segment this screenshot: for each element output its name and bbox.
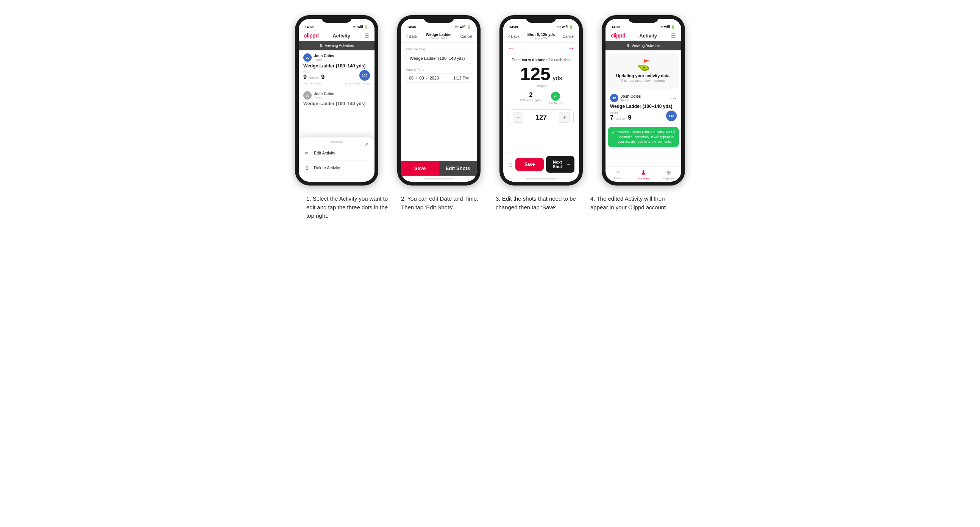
form-body-2: Practice Title Wedge Ladder (100–140 yds… — [401, 43, 477, 161]
user-info-4: JC Josh Coles Today — [610, 94, 641, 102]
three-dots-1[interactable]: ··· — [364, 54, 370, 60]
wifi-icon-1: wifi — [358, 25, 363, 29]
back-btn-3[interactable]: < Back — [508, 35, 520, 39]
phone-column-2: 14:38 ▪▪▪ wifi 🔋 < Back Wedge Ladder 06 … — [393, 15, 484, 186]
nav-capture[interactable]: ⊕ Capture — [656, 169, 681, 180]
save-button-2[interactable]: Save — [401, 161, 439, 176]
score-row-1: Score 9 OUT OF 9 130 — [303, 70, 370, 81]
form-buttons-2: Save Edit Shots — [401, 161, 477, 176]
save-btn-shot[interactable]: Save — [515, 158, 544, 171]
trash-icon-sheet: 🗑 — [305, 165, 311, 170]
screenshots-row: 14:38 ▪▪▪ wifi 🔋 clippd Activity ☰ ⇅ — [291, 15, 689, 186]
capture-label: Capture — [663, 177, 674, 180]
next-shot-arrow-icon: → — [566, 162, 571, 167]
updating-title: Updating your activity data. — [616, 73, 671, 78]
delete-label: Delete Activity — [314, 165, 340, 170]
edit-shots-button[interactable]: Edit Shots — [439, 161, 477, 176]
score-label-4: Score — [610, 111, 631, 114]
nav-home[interactable]: ⌂ Home — [606, 169, 631, 180]
signal-icon-1: ▪▪▪ — [353, 25, 356, 29]
home-bar-2 — [424, 178, 454, 179]
desc-text-2: 2. You can edit Date and Time. Then tap … — [401, 195, 484, 212]
activity-card-1[interactable]: JC Josh Coles Today ··· Wedge Ladder (10… — [299, 50, 374, 88]
toast-close[interactable]: ✕ — [672, 129, 676, 134]
phone-inner-3: 14:39 ▪▪▪ wifi 🔋 < Back Shot 6, 125 yds … — [503, 19, 579, 182]
phone-frame-3: 14:39 ▪▪▪ wifi 🔋 < Back Shot 6, 125 yds … — [500, 15, 583, 186]
capture-icon: ⊕ — [666, 169, 671, 176]
enter-carry-text: Enter carry distance for each shot — [512, 58, 570, 62]
user-details-1: Josh Coles Today — [314, 54, 334, 61]
increment-btn[interactable]: + — [559, 112, 570, 123]
status-time-3: 14:39 — [509, 25, 518, 29]
three-dots-4[interactable]: ··· — [671, 95, 677, 101]
datetime-label: Date & Time — [406, 68, 472, 71]
date-day: 06 — [409, 76, 414, 80]
next-shot-label: Next Shot — [550, 160, 565, 169]
distance-display: 125 yds — [520, 65, 562, 83]
status-icons-3: ▪▪▪ wifi 🔋 — [557, 25, 573, 29]
golf-flag-icon: ⛳ — [637, 59, 650, 71]
trash-btn-3[interactable]: 🗑 — [508, 161, 513, 167]
wifi-icon-3: wifi — [562, 25, 568, 29]
cancel-btn-2[interactable]: Cancel — [460, 35, 472, 39]
sheet-edit-item[interactable]: ✏ Edit Activity — [305, 146, 368, 159]
phone-frame-2: 14:38 ▪▪▪ wifi 🔋 < Back Wedge Ladder 06 … — [397, 15, 480, 186]
bottom-nav-4: ⌂ Home ♟ Activities ⊕ Capture — [606, 166, 681, 182]
phone-notch-3 — [526, 15, 556, 23]
out-of-4: OUT OF — [616, 117, 625, 120]
success-toast: ✕ ✓ "Wedge Ladder (100–140 yds)" was upd… — [608, 127, 679, 147]
card-top-1: JC Josh Coles Today ··· — [303, 53, 370, 62]
decrement-btn[interactable]: − — [513, 112, 523, 123]
phone-frame-1: 14:38 ▪▪▪ wifi 🔋 clippd Activity ☰ ⇅ — [295, 15, 378, 186]
score-block-1: Score 9 OUT OF 9 — [303, 70, 325, 81]
datetime-row[interactable]: 06 / 03 / 2023 1:13 PM — [406, 73, 472, 83]
user-name-2: Josh Coles — [314, 92, 334, 96]
three-dots-2[interactable]: ··· — [364, 92, 370, 98]
hamburger-icon-1[interactable]: ☰ — [364, 33, 369, 39]
phone-column-4: 14:38 ▪▪▪ wifi 🔋 clippd Activity ☰ ⇅ Vie… — [598, 15, 689, 186]
shot-footer-3: 🗑 Save Next Shot → — [503, 152, 579, 176]
footer-left-1: Test Information — [303, 82, 322, 85]
counter-row-3: − 127 + — [509, 110, 574, 125]
nav-activities[interactable]: ♟ Activities — [631, 169, 656, 180]
edit-icon: ✏ — [305, 150, 311, 156]
filter-icon-4: ⇅ — [626, 44, 629, 48]
form-title-center-2: Wedge Ladder 06 Mar 2023 — [426, 33, 452, 40]
date-year: 2023 — [430, 76, 439, 80]
date-month: 03 — [419, 76, 424, 80]
battery-icon-2: 🔋 — [466, 25, 471, 29]
battery-icon-4: 🔋 — [671, 25, 675, 29]
edit-label: Edit Activity — [314, 151, 335, 155]
back-btn-2[interactable]: < Back — [406, 35, 417, 39]
activity-card-4[interactable]: JC Josh Coles Today ··· Wedge Ladder (10… — [606, 91, 681, 125]
sheet-delete-item[interactable]: 🗑 Delete Activity — [305, 161, 368, 174]
sheet-handle-1 — [330, 141, 344, 143]
shots-val-4: 9 — [628, 114, 631, 121]
big-distance: 125 — [520, 65, 550, 83]
form-title-sub-2: 06 Mar 2023 — [426, 37, 452, 40]
user-date-1: Today — [314, 58, 334, 61]
updating-sub: This may take a few moments. — [620, 79, 667, 83]
home-indicator-3 — [503, 176, 579, 182]
practice-title-input[interactable]: Wedge Ladder (100–140 yds) — [406, 52, 472, 64]
updating-section: ⛳ Updating your activity data. This may … — [608, 52, 679, 89]
shot-body-3: Enter carry distance for each shot 125 y… — [503, 54, 579, 152]
date-time: 1:13 PM — [453, 76, 469, 80]
avatar-1: JC — [303, 53, 312, 62]
score-val-1: 9 — [303, 74, 307, 81]
avatar-4: JC — [610, 94, 618, 102]
desc-text-3: 3. Edit the shots that need to be change… — [496, 195, 579, 212]
check-icon-toast: ✓ — [612, 130, 615, 135]
activities-label: Activities — [637, 177, 649, 180]
sheet-close-1[interactable]: ✕ — [365, 141, 369, 147]
next-shot-btn[interactable]: Next Shot → — [546, 156, 574, 173]
prev-shot-arrow[interactable]: ← — [508, 44, 515, 52]
hit-target-stat: ✓ Hit Target — [549, 92, 562, 105]
user-date-4: Today — [620, 98, 641, 102]
cancel-btn-3[interactable]: Cancel — [563, 35, 574, 39]
next-shot-arrow[interactable]: → — [568, 44, 574, 52]
status-icons-1: ▪▪▪ wifi 🔋 — [353, 25, 368, 29]
hamburger-icon-4[interactable]: ☰ — [671, 33, 676, 39]
carry-bold: carry distance — [522, 58, 547, 62]
activity-card-2[interactable]: JC Josh Coles Today ··· Wedge Ladder (10… — [299, 88, 374, 111]
